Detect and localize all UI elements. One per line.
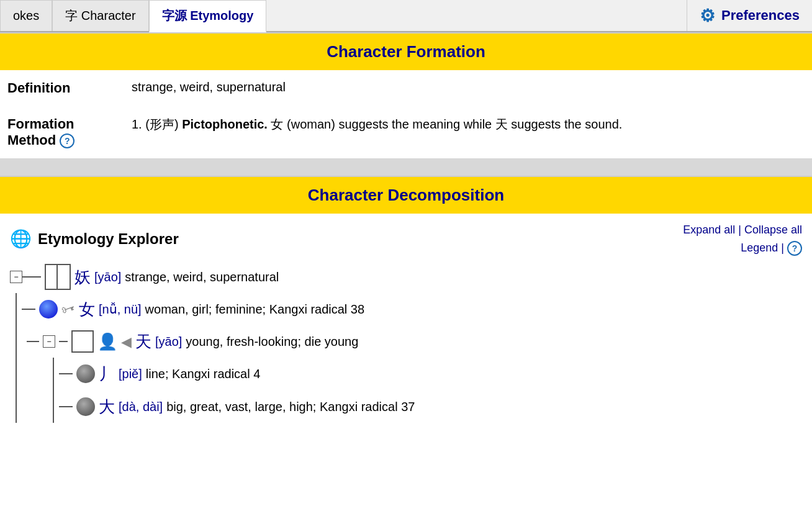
formation-row: Formation Method ? 1. (形声) Pictophonetic… [0, 106, 812, 158]
tian-sub-branch: 丿 [piě] line; Kangxi radical 4 大 [dà, [22, 358, 415, 422]
collapse-yao[interactable]: − [10, 271, 22, 283]
ball-gray-pie [76, 364, 95, 383]
person-icon-tian: 👤 [97, 328, 117, 355]
tree-row-da: 大 [dà, dài] big, great, vast, large, hig… [59, 393, 415, 420]
tian-char-box [71, 330, 94, 353]
collapse-all-link[interactable]: Collapse all [744, 224, 802, 236]
definition-row: Definition strange, weird, supernatural [0, 70, 812, 106]
pipe1: | [738, 224, 741, 236]
character-decomposition-header: Character Decomposition [0, 176, 812, 214]
da-meaning: big, great, vast, large, high; Kangxi ra… [166, 396, 415, 417]
tab-bar: okes 字 Character 字源 Etymology ⚙ Preferen… [0, 0, 812, 32]
tab-etymology[interactable]: 字源 Etymology [149, 0, 267, 32]
preferences-button[interactable]: ⚙ Preferences [687, 0, 812, 31]
ball-gray-da [76, 397, 95, 416]
h-line-da [59, 406, 73, 407]
legend-link[interactable]: Legend [741, 242, 778, 254]
explorer-globe-icon: 🌐 [10, 228, 32, 249]
tab-character[interactable]: 字 Character [52, 0, 148, 31]
yao-char-box [45, 264, 71, 290]
expand-all-link[interactable]: Expand all [683, 224, 735, 236]
pie-char: 丿 [99, 360, 115, 387]
branch-rows: 🗝 女 [nǚ, nü] woman, girl; feminine; Kang… [17, 293, 415, 423]
arrow-tian: ◀ [121, 330, 132, 353]
tab-strokes[interactable]: okes [0, 0, 52, 31]
tree-row-nv: 🗝 女 [nǚ, nü] woman, girl; feminine; Kang… [22, 296, 415, 323]
h-line-nv [22, 309, 35, 310]
h-line-pie [59, 373, 73, 374]
definition-value: strange, weird, supernatural [124, 70, 812, 106]
pie-meaning: line; Kangxi radical 4 [146, 363, 261, 384]
info-table: Definition strange, weird, supernatural … [0, 70, 812, 158]
yao-char: 妖 [74, 263, 91, 291]
pie-reading: [piě] [119, 363, 142, 384]
tian-section: − 👤 ◀ 天 [yāo] young, fresh-looking; die … [17, 325, 415, 423]
tree-row-pie: 丿 [piě] line; Kangxi radical 4 [59, 360, 415, 387]
formation-method-label: Formation Method ? [0, 106, 124, 158]
etymology-tree: − 妖 [yāo] strange, weird, supernatural [10, 263, 802, 423]
decomposition-area: 🌐 Etymology Explorer Expand all | Collap… [0, 214, 812, 435]
tree-row-tian: − 👤 ◀ 天 [yāo] young, fresh-looking; die … [22, 328, 415, 355]
tian-reading: [yāo] [155, 331, 182, 352]
h-line-tian [27, 341, 39, 342]
tree-row-yao: − 妖 [yāo] strange, weird, supernatural [10, 263, 802, 291]
h-line-tian2 [59, 341, 68, 342]
gear-icon: ⚙ [700, 6, 715, 26]
tab-spacer [266, 0, 687, 31]
tree-branch-container: 🗝 女 [nǚ, nü] woman, girl; feminine; Kang… [10, 293, 802, 423]
collapse-tian[interactable]: − [43, 335, 55, 348]
tian-children: 丿 [piě] line; Kangxi radical 4 大 [dà, [54, 358, 415, 422]
explorer-title: 🌐 Etymology Explorer [10, 228, 179, 249]
character-formation-header: Character Formation [0, 32, 812, 70]
formation-help-icon[interactable]: ? [60, 133, 74, 148]
tian-meaning: young, fresh-looking; die young [186, 331, 358, 352]
main-content: Character Formation Definition strange, … [0, 32, 812, 435]
section-separator [0, 158, 812, 176]
yao-reading: [yāo] [94, 266, 121, 287]
formation-method-value: 1. (形声) Pictophonetic. 女 (woman) suggest… [124, 106, 812, 158]
nv-meaning: woman, girl; feminine; Kangxi radical 38 [145, 299, 365, 320]
key-icon-nv: 🗝 [58, 296, 78, 323]
formation-method-text: 1. (形声) Pictophonetic. 女 (woman) suggest… [132, 117, 622, 131]
spacer-tian [22, 337, 23, 346]
da-char: 大 [99, 393, 115, 420]
pipe2: | [781, 242, 784, 254]
legend-help-icon[interactable]: ? [787, 241, 802, 256]
tian-char: 天 [135, 328, 151, 355]
definition-label: Definition [0, 70, 124, 106]
nv-reading: [nǚ, nü] [99, 299, 142, 320]
da-reading: [dà, dài] [119, 396, 163, 417]
nv-char: 女 [79, 296, 95, 323]
explorer-header: 🌐 Etymology Explorer Expand all | Collap… [10, 221, 802, 257]
explorer-controls: Expand all | Collapse all Legend | ? [683, 221, 802, 257]
ball-blue-nv [39, 300, 58, 319]
yao-meaning: strange, weird, supernatural [125, 266, 279, 287]
